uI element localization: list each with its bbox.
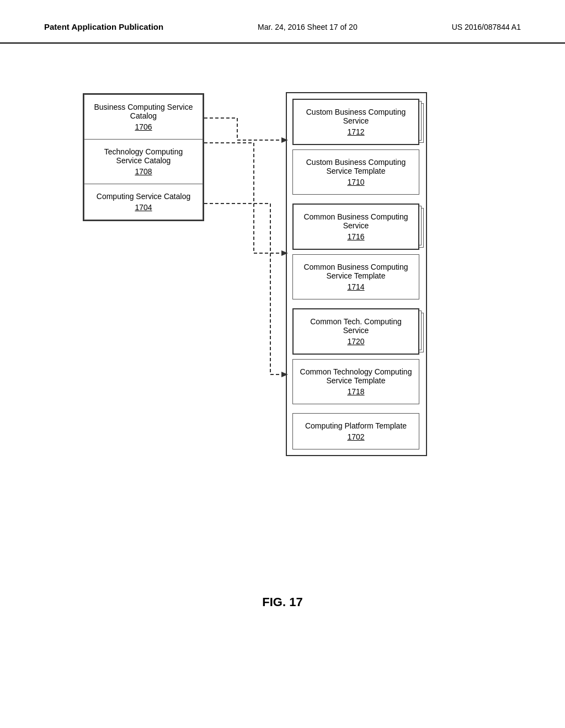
right-section-1720: Common Tech. Computing Service 1720 [292, 308, 420, 352]
card-front-1720: Common Tech. Computing Service 1720 [292, 308, 419, 355]
right-section-1712: Custom Business Computing Service 1712 [292, 99, 420, 143]
card-stack-1716: Common Business Computing Service 1716 [292, 204, 420, 248]
page: Patent Application Publication Mar. 24, … [0, 0, 565, 728]
left-box-1704: Computing Service Catalog 1704 [84, 184, 203, 220]
left-box-1706-label: Business Computing Service Catalog [94, 103, 193, 120]
plain-box-1702: Computing Platform Template 1702 [292, 413, 419, 449]
left-box-1706-number: 1706 [91, 122, 196, 131]
template-box-1714: Common Business Computing Service Templa… [292, 254, 419, 299]
template-1714-label: Common Business Computing Service Templa… [303, 263, 408, 280]
template-1710-label: Custom Business Computing Service Templa… [306, 158, 406, 175]
left-box-1706: Business Computing Service Catalog 1706 [84, 94, 203, 140]
template-box-1718: Common Technology Computing Service Temp… [292, 359, 419, 404]
left-box-1708-label: Technology Computing Service Catalog [104, 147, 183, 165]
left-box-1708-number: 1708 [91, 167, 196, 176]
right-section-1716: Common Business Computing Service 1716 [292, 204, 420, 248]
right-section-1710: Custom Business Computing Service Templa… [292, 149, 420, 195]
right-section-1702: Computing Platform Template 1702 [292, 413, 420, 449]
plain-1702-number: 1702 [300, 432, 412, 441]
card-1720-number: 1720 [300, 337, 412, 346]
card-front-1712: Custom Business Computing Service 1712 [292, 99, 419, 145]
figure-caption: FIG. 17 [0, 595, 565, 631]
plain-1702-label: Computing Platform Template [305, 421, 407, 430]
card-front-1716: Common Business Computing Service 1716 [292, 204, 419, 250]
left-box-1708: Technology Computing Service Catalog 170… [84, 140, 203, 184]
left-box-1704-number: 1704 [91, 203, 196, 212]
card-stack-1720: Common Tech. Computing Service 1720 [292, 308, 420, 352]
card-stack-1712: Custom Business Computing Service 1712 [292, 99, 420, 143]
card-1716-label: Common Business Computing Service [303, 212, 408, 230]
diagram-area: Business Computing Service Catalog 1706 … [0, 77, 565, 573]
template-1718-number: 1718 [300, 387, 412, 396]
left-column: Business Computing Service Catalog 1706 … [83, 93, 204, 221]
header-publication-label: Patent Application Publication [44, 22, 163, 31]
left-box-1704-label: Computing Service Catalog [97, 192, 190, 201]
template-1718-label: Common Technology Computing Service Temp… [300, 367, 412, 385]
card-1712-number: 1712 [300, 127, 412, 136]
card-1712-label: Custom Business Computing Service [306, 108, 406, 125]
template-1710-number: 1710 [300, 178, 412, 186]
header-date-sheet: Mar. 24, 2016 Sheet 17 of 20 [258, 23, 358, 31]
header: Patent Application Publication Mar. 24, … [0, 0, 565, 44]
right-column: Custom Business Computing Service 1712 C… [286, 92, 427, 456]
card-1720-label: Common Tech. Computing Service [310, 317, 401, 335]
card-1716-number: 1716 [300, 232, 412, 241]
right-section-1718: Common Technology Computing Service Temp… [292, 359, 420, 404]
template-box-1710: Custom Business Computing Service Templa… [292, 149, 419, 195]
right-section-1714: Common Business Computing Service Templa… [292, 254, 420, 299]
template-1714-number: 1714 [300, 282, 412, 291]
header-patent-number: US 2016/087844 A1 [452, 23, 521, 31]
